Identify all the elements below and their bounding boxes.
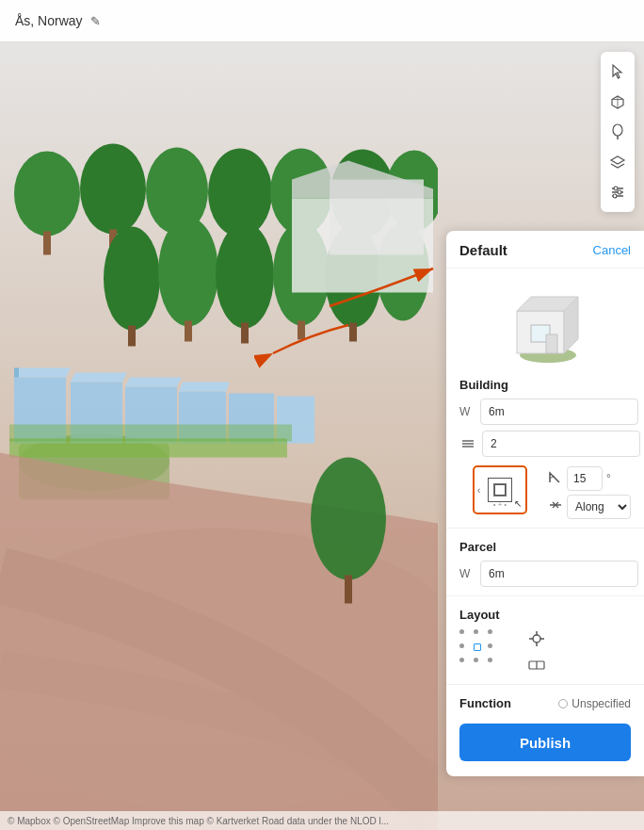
width-label: W (459, 405, 475, 418)
layout-selector[interactable]: ‹ •+• ↖ (473, 465, 527, 514)
panel-title: Default (459, 242, 507, 258)
parcel-section-label: Parcel (446, 534, 644, 558)
3d-model-button[interactable] (604, 88, 632, 116)
svg-rect-61 (546, 334, 557, 353)
divider-2 (446, 595, 644, 596)
align-row: Along Across Free (548, 495, 631, 519)
angle-input[interactable] (567, 466, 603, 491)
svg-point-68 (533, 635, 540, 643)
svg-rect-37 (298, 321, 305, 340)
layout-nav-left[interactable]: ‹ (477, 485, 480, 496)
svg-rect-5 (14, 368, 19, 378)
center-align-icon[interactable] (527, 629, 546, 648)
top-bar: Ås, Norway ✎ (0, 0, 644, 42)
function-value-text: Unspecified (572, 697, 631, 710)
split-align-icon[interactable] (527, 656, 546, 675)
building-preview (446, 269, 644, 372)
building-3d-preview (493, 278, 597, 363)
function-value: Unspecified (558, 697, 631, 710)
align-icon (548, 497, 563, 516)
attribution: © Mapbox © OpenStreetMap Improve this ma… (0, 811, 644, 830)
angle-icon (548, 469, 563, 488)
parcel-dimensions-row: W L (446, 558, 644, 590)
right-toolbar (601, 52, 635, 212)
svg-marker-11 (179, 382, 230, 392)
svg-point-16 (14, 152, 80, 236)
grid-position-selector[interactable] (459, 629, 499, 675)
edit-icon[interactable]: ✎ (90, 14, 101, 28)
svg-point-18 (80, 144, 146, 235)
svg-point-32 (158, 218, 218, 327)
grid-dot-bl[interactable] (459, 658, 464, 662)
angle-unit: ° (606, 472, 611, 485)
function-radio[interactable] (558, 699, 568, 708)
cursor-icon: ↖ (514, 498, 522, 509)
angle-row: ° (548, 466, 631, 491)
floors-icon (459, 437, 476, 450)
cursor-tool-button[interactable] (604, 57, 632, 86)
building-dimensions-row: W L (446, 396, 644, 428)
svg-point-53 (613, 194, 617, 198)
adjust-tool-button[interactable] (604, 178, 632, 206)
align-select[interactable]: Along Across Free (567, 495, 631, 519)
function-label: Function (459, 696, 511, 710)
function-row: Function Unspecified (446, 691, 644, 716)
svg-rect-35 (241, 323, 249, 344)
svg-rect-45 (345, 576, 352, 604)
grid-dot-mr[interactable] (488, 643, 492, 648)
svg-rect-15 (9, 425, 292, 442)
grid-dot-tr[interactable] (488, 629, 492, 634)
svg-point-44 (311, 458, 386, 580)
3d-scene (0, 0, 438, 830)
building-width-input[interactable] (480, 399, 638, 425)
parcel-width-label: W (459, 567, 475, 580)
divider-1 (446, 528, 644, 529)
grid-dot-bc[interactable] (474, 658, 478, 662)
grid-dot-br[interactable] (488, 658, 492, 662)
svg-point-46 (613, 124, 622, 136)
svg-point-34 (216, 223, 274, 329)
svg-point-30 (104, 227, 160, 331)
grid-layout-section (446, 626, 644, 678)
grid-dot-mc[interactable] (474, 643, 481, 651)
svg-rect-31 (128, 326, 136, 347)
layer-tool-button[interactable] (604, 148, 632, 176)
publish-button[interactable]: Publish (459, 724, 631, 761)
svg-rect-33 (185, 321, 192, 342)
grid-icons (527, 629, 546, 675)
divider-3 (446, 684, 644, 685)
svg-marker-7 (71, 373, 127, 382)
svg-rect-17 (43, 232, 51, 255)
right-panel: Default Cancel Building W L (446, 231, 644, 776)
layout-dots: •+• (493, 500, 507, 509)
layout-section-label: Layout (446, 602, 644, 626)
panel-header: Default Cancel (446, 231, 644, 269)
svg-rect-39 (349, 323, 357, 342)
parcel-width-input[interactable] (480, 561, 638, 587)
grid-dot-tc[interactable] (474, 629, 478, 634)
grid-dot-tl[interactable] (459, 629, 464, 634)
building-floors-input[interactable] (482, 431, 640, 457)
cancel-button[interactable]: Cancel (593, 243, 631, 257)
grid-dot-ml[interactable] (459, 643, 464, 648)
tree-tool-button[interactable] (604, 118, 632, 146)
attribution-text: © Mapbox © OpenStreetMap Improve this ma… (8, 816, 389, 826)
building-section-label: Building (446, 372, 644, 396)
svg-point-51 (614, 187, 618, 190)
svg-marker-4 (14, 368, 71, 378)
building-floors-row (446, 428, 644, 460)
layout-preview (488, 478, 512, 502)
svg-point-52 (618, 190, 621, 194)
page-title: Ås, Norway (15, 13, 83, 28)
svg-marker-9 (125, 378, 182, 387)
